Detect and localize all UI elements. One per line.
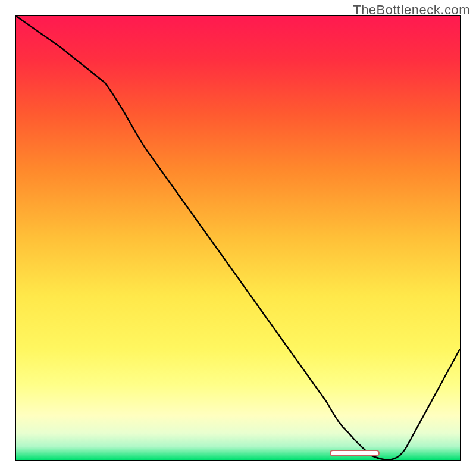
minimum-marker — [330, 450, 380, 456]
bottleneck-chart — [15, 15, 461, 461]
gradient-background — [16, 16, 460, 460]
chart-svg — [16, 16, 460, 460]
